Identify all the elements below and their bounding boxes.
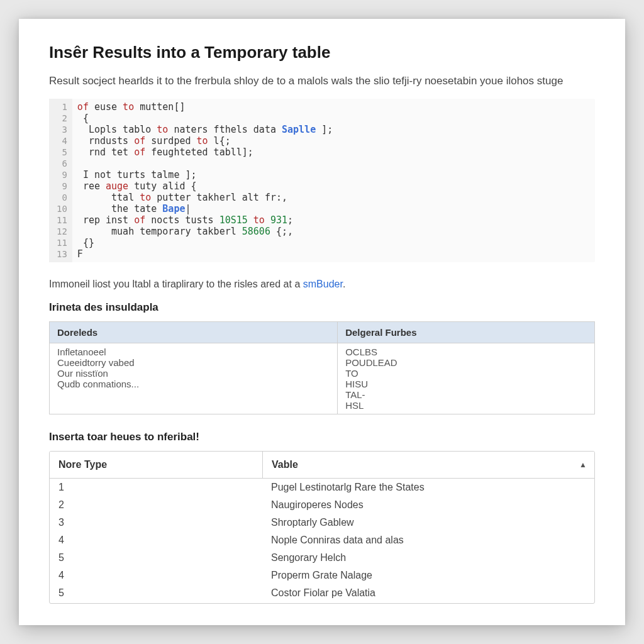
code-gutter: 1234569901011121113 (49, 99, 72, 262)
table2-cell-type: 1 (50, 482, 262, 493)
section-heading-2: Inserta toar heues to nferibal! (49, 431, 595, 443)
code-line: of euse to mutten[] (77, 101, 333, 113)
table-cell: HSL (345, 400, 587, 411)
table-row[interactable]: 4Nople Conniras data and alas (50, 531, 594, 549)
results-table-body[interactable]: 1Pugel Lestinotarlg Rare the States2Naug… (50, 479, 594, 603)
line-number: 11 (57, 237, 67, 248)
definition-table: Doreleds Delgeral Furbes InfletanoeelCue… (49, 321, 595, 414)
code-block: 1234569901011121113 of euse to mutten[] … (49, 99, 595, 262)
table2-cell-value: Nople Conniras data and alas (262, 535, 594, 546)
table2-header-1[interactable]: Nore Type (50, 452, 263, 478)
paragraph-link[interactable]: smBuder (303, 279, 343, 289)
line-number: 4 (57, 135, 67, 147)
sort-icon[interactable]: ▲ (579, 460, 587, 469)
line-number: 10 (57, 203, 67, 214)
line-number: 6 (57, 158, 67, 169)
table-cell: Cueeidtorry vabed (57, 357, 330, 368)
code-line: muah temporary takberl 58606 {;, (77, 226, 333, 237)
table-cell: POUDLEAD (345, 357, 587, 368)
table-cell: Our nisstïon (57, 368, 330, 379)
table2-cell-value: Sengorary Helch (262, 552, 594, 564)
code-lines: of euse to mutten[] { Lopls tablo to nat… (72, 99, 338, 262)
table2-header-2[interactable]: Vable ▲ (263, 452, 594, 478)
table-row[interactable]: 1Pugel Lestinotarlg Rare the States (50, 479, 594, 496)
table-row[interactable]: 5Costor Fiolar pe Valatia (50, 584, 594, 602)
code-line: rep inst of nocts tusts 10S15 to 931; (77, 214, 333, 226)
code-line: I not turts talme ]; (77, 169, 333, 180)
table-row[interactable]: 2Naugiroperes Nodes (50, 496, 594, 514)
mid-paragraph: Immoneil liost you ltabl a tiraplirary t… (49, 279, 595, 290)
code-line: ttal to putter takherl alt fr:, (77, 192, 333, 203)
code-line: {} (77, 237, 333, 248)
line-number: 9 (57, 180, 67, 192)
line-number: 12 (57, 226, 67, 237)
line-number: 3 (57, 124, 67, 135)
code-line: ree auge tuty alid { (77, 180, 333, 192)
code-line (77, 158, 333, 169)
table2-cell-type: 4 (50, 570, 262, 581)
table2-cell-value: Costor Fiolar pe Valatia (262, 587, 594, 599)
table-cell: TAL- (345, 389, 587, 400)
code-line: F (77, 248, 333, 260)
results-table: Nore Type Vable ▲ 1Pugel Lestinotarlg Ra… (49, 451, 595, 604)
code-line: the tate Bape| (77, 203, 333, 214)
document-page: Insêr Results into a Temporary table Res… (19, 19, 625, 625)
table-cell: Qudb conmations... (57, 379, 330, 389)
code-line: rnd tet of feughteted tabll]; (77, 147, 333, 158)
table2-cell-type: 5 (50, 552, 262, 564)
line-number: 0 (57, 192, 67, 203)
table1-header-1: Doreleds (50, 322, 338, 343)
table2-cell-type: 5 (50, 587, 262, 599)
table-cell: TO (345, 368, 587, 379)
line-number: 1 (57, 101, 67, 113)
page-title: Insêr Results into a Temporary table (49, 43, 595, 62)
table2-cell-value: Shroptarly Gablew (262, 517, 594, 528)
table2-cell-value: Naugiroperes Nodes (262, 499, 594, 511)
table2-cell-value: Properm Grate Nalage (262, 570, 594, 581)
table-row[interactable]: 4Properm Grate Nalage (50, 567, 594, 584)
table-cell: HISU (345, 379, 587, 389)
table1-header-2: Delgeral Furbes (338, 322, 595, 343)
paragraph-text: Immoneil liost you ltabl a tiraplirary t… (49, 279, 303, 289)
table2-header-2-label: Vable (272, 459, 298, 470)
line-number: 11 (57, 214, 67, 226)
table1-col2: OCLBSPOUDLEADTOHISUTAL-HSL (338, 343, 595, 414)
table1-col1: InfletanoeelCueeidtorry vabedOur nisstïo… (50, 343, 338, 414)
table-cell: Infletanoeel (57, 347, 330, 357)
intro-paragraph: Result socject hearlds it to the frerbul… (49, 75, 595, 87)
line-number: 13 (57, 248, 67, 260)
table-cell: OCLBS (345, 347, 587, 357)
table-row[interactable]: 5Sengorary Helch (50, 549, 594, 567)
paragraph-text-after: . (343, 279, 345, 289)
table2-cell-value: Pugel Lestinotarlg Rare the States (262, 482, 594, 493)
section-heading-1: Irineta des insuldapla (49, 301, 595, 314)
line-number: 2 (57, 113, 67, 124)
table-row[interactable]: 3Shroptarly Gablew (50, 514, 594, 531)
table2-cell-type: 3 (50, 517, 262, 528)
line-number: 5 (57, 147, 67, 158)
table2-cell-type: 4 (50, 535, 262, 546)
code-line: { (77, 113, 333, 124)
table2-cell-type: 2 (50, 499, 262, 511)
results-table-header: Nore Type Vable ▲ (50, 452, 594, 479)
line-number: 9 (57, 169, 67, 180)
code-line: Lopls tablo to naters fthels data Saplle… (77, 124, 333, 135)
code-line: rndusts of surdped to l{; (77, 135, 333, 147)
